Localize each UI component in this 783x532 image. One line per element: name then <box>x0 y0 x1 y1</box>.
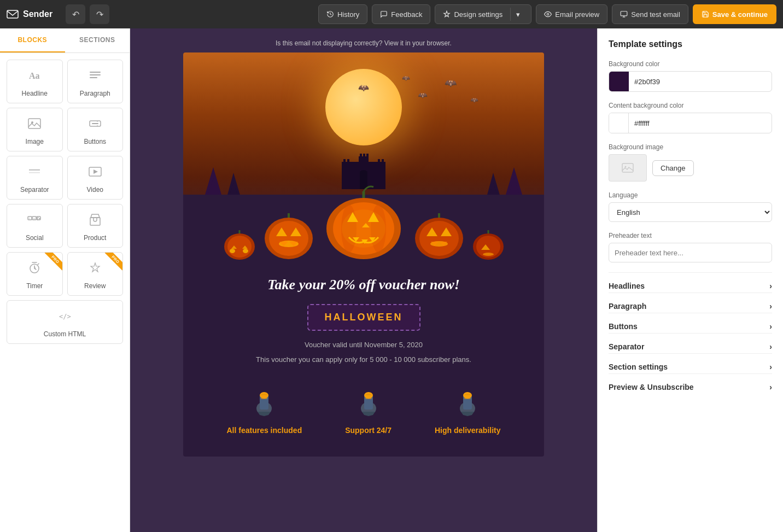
bat-1: 🦇 <box>358 83 369 93</box>
candy-icon-3 <box>451 388 484 420</box>
block-buttons[interactable]: Buttons <box>67 108 124 151</box>
email-features: All features included Suppor <box>205 377 522 440</box>
block-social[interactable]: f in Social <box>7 204 63 248</box>
buttons-label: Buttons <box>84 138 106 145</box>
svg-point-1 <box>547 13 550 15</box>
main-layout: BLOCKS SECTIONS Aa Headline Paragraph <box>0 28 783 532</box>
section-settings-toggle[interactable]: Section settings › <box>609 363 772 371</box>
undo-button[interactable]: ↶ <box>66 4 85 24</box>
svg-rect-102 <box>622 163 633 172</box>
bg-color-input[interactable] <box>629 78 772 86</box>
buttons-section-toggle[interactable]: Buttons › <box>609 322 772 331</box>
preheader-input[interactable] <box>609 243 772 262</box>
section-settings-chevron: › <box>769 363 772 371</box>
design-settings-button[interactable]: Design settings ▾ <box>435 4 531 24</box>
timer-label: Timer <box>26 282 43 290</box>
tab-sections[interactable]: SECTIONS <box>65 28 130 52</box>
feedback-button[interactable]: Feedback <box>372 4 430 24</box>
bat-2: 🦇 <box>402 74 410 82</box>
paragraph-chevron: › <box>769 302 772 311</box>
save-continue-button[interactable]: Save & continue <box>693 4 776 24</box>
paragraph-section-toggle[interactable]: Paragraph › <box>609 302 772 311</box>
pumpkin-center <box>319 179 409 260</box>
email-preheader-bar: Is this email not displaying correctly? … <box>183 39 544 47</box>
preview-unsubscribe-toggle[interactable]: Preview & Unsubscribe › <box>609 383 772 391</box>
left-panel-tabs: BLOCKS SECTIONS <box>0 28 130 53</box>
canvas-area: Is this email not displaying correctly? … <box>130 28 597 532</box>
block-paragraph[interactable]: Paragraph <box>67 60 124 103</box>
feature-support: Support 24/7 <box>345 388 392 435</box>
svg-rect-97 <box>365 397 372 399</box>
svg-rect-33 <box>366 154 369 158</box>
app-name: Sender <box>23 9 52 19</box>
block-custom-html[interactable]: </> Custom HTML <box>7 300 123 344</box>
timer-pro-ribbon: PRO <box>40 253 62 274</box>
block-video[interactable]: Video <box>67 156 124 200</box>
email-title: Take your 20% off voucher now! <box>205 277 522 293</box>
block-timer[interactable]: Timer PRO <box>7 252 63 296</box>
buttons-chevron: › <box>769 322 772 331</box>
block-product[interactable]: Product <box>67 204 124 248</box>
email-canvas: Is this email not displaying correctly? … <box>183 39 544 521</box>
svg-point-58 <box>269 221 308 256</box>
video-icon <box>87 164 103 182</box>
email-preview-button[interactable]: Email preview <box>536 4 607 24</box>
candy-icon-1 <box>248 388 281 420</box>
content-bg-color-row <box>609 113 772 133</box>
history-label: History <box>337 10 359 19</box>
block-review[interactable]: Review PRO <box>67 252 124 296</box>
separator-label: Separator <box>20 186 49 194</box>
blocks-grid: Aa Headline Paragraph Image <box>0 53 130 350</box>
content-bg-swatch[interactable] <box>609 113 629 133</box>
pro-badge-review: PRO <box>105 253 122 270</box>
svg-rect-4 <box>90 72 101 73</box>
redo-button[interactable]: ↷ <box>90 4 109 24</box>
voucher-desc-text: This voucher you can apply only for 5 00… <box>205 355 522 364</box>
paragraph-section-label: Paragraph <box>609 302 646 311</box>
email-hero: 🦇 🦇 🦇 🦇 🦇 <box>183 52 544 260</box>
feature-deliverability: High deliverability <box>435 388 501 435</box>
left-panel: BLOCKS SECTIONS Aa Headline Paragraph <box>0 28 130 532</box>
svg-marker-15 <box>94 169 98 174</box>
language-select[interactable]: English French Spanish German <box>609 202 772 222</box>
feature-3-label: High deliverability <box>435 426 501 435</box>
feature-1-label: All features included <box>226 426 302 435</box>
social-label: Social <box>26 234 44 242</box>
custom-html-icon: </> <box>57 308 73 326</box>
bg-color-swatch[interactable] <box>609 72 629 91</box>
block-image[interactable]: Image <box>7 108 63 151</box>
paragraph-section: Paragraph › <box>609 293 772 311</box>
tab-blocks[interactable]: BLOCKS <box>0 28 65 52</box>
content-bg-input[interactable] <box>629 119 772 127</box>
svg-rect-101 <box>464 397 471 399</box>
paragraph-label: Paragraph <box>80 90 110 97</box>
block-separator[interactable]: Separator <box>7 156 63 200</box>
pumpkins-group <box>183 179 544 260</box>
history-button[interactable]: History <box>318 4 367 24</box>
separator-icon <box>27 164 42 182</box>
feedback-label: Feedback <box>391 10 422 19</box>
design-settings-label: Design settings <box>454 10 508 19</box>
svg-point-78 <box>419 221 459 256</box>
svg-rect-7 <box>28 119 40 128</box>
block-headline[interactable]: Aa Headline <box>7 60 63 103</box>
separator-section-toggle[interactable]: Separator › <box>609 342 772 351</box>
bg-color-label: Background color <box>609 60 772 68</box>
send-icon <box>620 10 628 18</box>
svg-rect-28 <box>343 159 346 163</box>
feature-2-label: Support 24/7 <box>345 426 392 435</box>
custom-html-label: Custom HTML <box>44 330 86 338</box>
bg-image-row: Change <box>609 154 772 182</box>
send-test-button[interactable]: Send test email <box>612 4 688 24</box>
right-panel: Template settings Background color Conte… <box>597 28 783 532</box>
bg-image-label: Background image <box>609 143 772 151</box>
headlines-section-toggle[interactable]: Headlines › <box>609 282 772 290</box>
svg-rect-6 <box>90 77 97 78</box>
svg-rect-0 <box>7 10 18 18</box>
section-settings-section: Section settings › <box>609 353 772 371</box>
design-dropdown-arrow[interactable]: ▾ <box>513 10 523 19</box>
background-color-field: Background color <box>609 60 772 92</box>
change-bg-image-button[interactable]: Change <box>652 160 694 176</box>
voucher-box: HALLOWEEN <box>307 304 420 331</box>
pro-badge-timer: PRO <box>44 253 62 270</box>
